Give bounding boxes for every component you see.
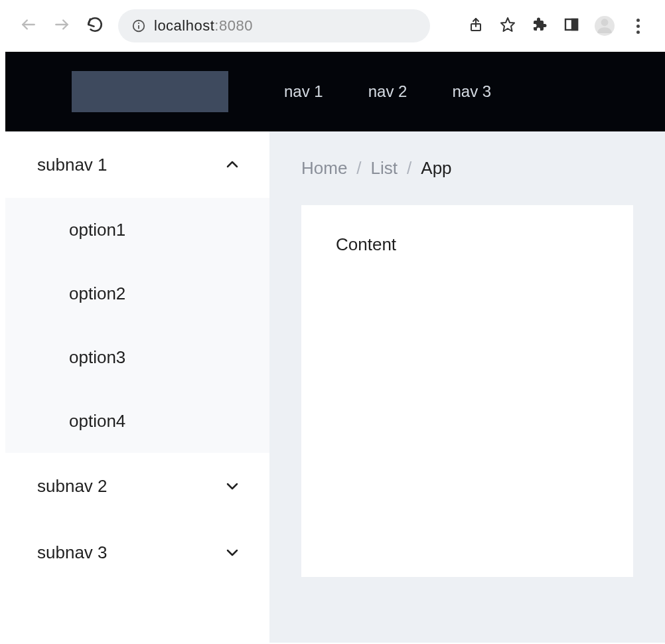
svg-point-9 (601, 19, 609, 26)
profile-button[interactable] (595, 16, 615, 36)
extensions-button[interactable] (531, 17, 548, 35)
subnav-1-children: option1 option2 option3 option4 (5, 198, 269, 453)
browser-toolbar: localhost:8080 (0, 0, 665, 52)
subnav-item-2[interactable]: subnav 2 (5, 453, 269, 519)
breadcrumb-current: App (421, 158, 451, 179)
more-button[interactable] (629, 17, 646, 35)
subnav-item-1[interactable]: subnav 1 (5, 131, 269, 198)
app-header: nav 1 nav 2 nav 3 (5, 52, 665, 131)
main-content: Home / List / App Content (269, 131, 665, 643)
subnav-label: subnav 2 (37, 476, 108, 497)
share-icon (468, 17, 484, 35)
share-button[interactable] (467, 17, 484, 35)
breadcrumb-separator: / (407, 158, 411, 179)
sidebar: subnav 1 option1 option2 option3 option4… (5, 131, 269, 643)
panel-toggle-button[interactable] (563, 17, 580, 35)
subnav-label: subnav 3 (37, 542, 108, 563)
avatar-icon (596, 16, 613, 36)
chevron-down-icon (224, 544, 240, 560)
address-bar[interactable]: localhost:8080 (118, 9, 430, 42)
logo-placeholder (72, 71, 228, 112)
chevron-down-icon (224, 478, 240, 494)
breadcrumb: Home / List / App (301, 158, 633, 179)
option-item-1[interactable]: option1 (5, 198, 269, 262)
svg-rect-8 (572, 19, 577, 30)
top-nav-item-1[interactable]: nav 1 (284, 82, 323, 101)
arrow-right-icon (53, 16, 70, 36)
svg-marker-6 (501, 18, 514, 31)
top-nav-item-3[interactable]: nav 3 (452, 82, 491, 101)
option-item-2[interactable]: option2 (5, 262, 269, 325)
kebab-icon (636, 19, 640, 34)
breadcrumb-list[interactable]: List (371, 158, 398, 179)
back-button[interactable] (19, 16, 38, 36)
star-icon (500, 17, 516, 35)
option-item-3[interactable]: option3 (5, 325, 269, 389)
svg-point-4 (138, 23, 139, 24)
subnav-item-3[interactable]: subnav 3 (5, 519, 269, 586)
chevron-up-icon (224, 157, 240, 173)
arrow-left-icon (20, 16, 37, 36)
subnav-label: subnav 1 (37, 155, 108, 175)
content-card: Content (301, 205, 633, 577)
reload-icon (86, 16, 104, 36)
option-item-4[interactable]: option4 (5, 389, 269, 453)
site-info-icon[interactable] (131, 19, 146, 33)
forward-button[interactable] (52, 16, 72, 36)
panel-icon (563, 17, 579, 35)
url-text: localhost:8080 (154, 17, 253, 35)
puzzle-icon (532, 17, 548, 35)
top-nav-item-2[interactable]: nav 2 (368, 82, 407, 101)
breadcrumb-separator: / (356, 158, 361, 179)
content-text: Content (336, 234, 396, 254)
breadcrumb-home[interactable]: Home (301, 158, 347, 179)
bookmark-button[interactable] (499, 17, 516, 35)
reload-button[interactable] (85, 16, 105, 36)
